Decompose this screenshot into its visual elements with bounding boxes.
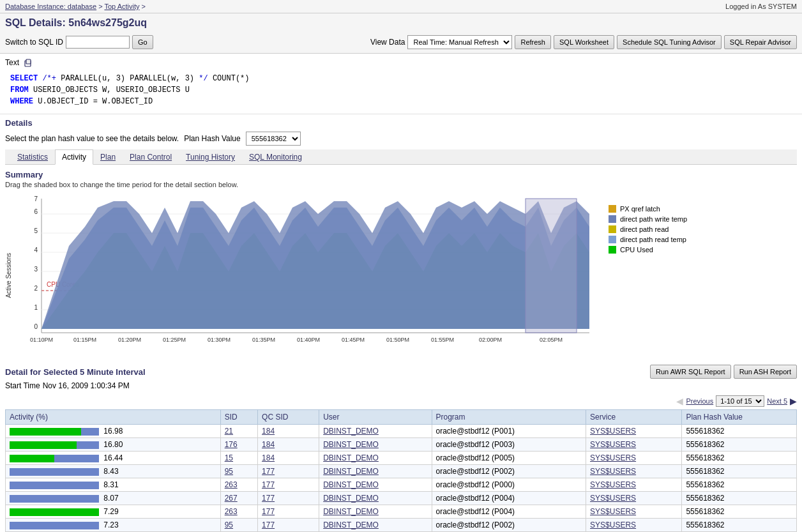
cell-qcsid: 184 bbox=[258, 438, 319, 452]
cell-qcsid: 177 bbox=[258, 478, 319, 492]
table-row: 7.23 95 177 DBINST_DEMO oracle@stbdf12 (… bbox=[6, 519, 797, 532]
svg-text:01:35PM: 01:35PM bbox=[252, 337, 275, 343]
legend-label-direct-read-temp: direct path read temp bbox=[620, 236, 686, 243]
pagination: ◀ Previous 1-10 of 15 Next 5 ▶ bbox=[5, 393, 797, 409]
table-row: 16.80 176 184 DBINST_DEMO oracle@stbdf12… bbox=[6, 438, 797, 452]
legend-color-direct-read-temp bbox=[609, 236, 616, 243]
copy-icon[interactable] bbox=[23, 57, 33, 68]
tab-statistics[interactable]: Statistics bbox=[10, 149, 55, 164]
tab-plan-control[interactable]: Plan Control bbox=[123, 149, 179, 164]
legend-item-pxqref: PX qref latch bbox=[609, 205, 711, 213]
legend-color-pxqref bbox=[609, 205, 616, 213]
cell-activity: 8.43 bbox=[6, 465, 221, 478]
page-title: SQL Details: 5n64ws275g2uq bbox=[0, 13, 802, 31]
run-awr-button[interactable]: Run AWR SQL Report bbox=[650, 365, 731, 379]
col-header-sid: SID bbox=[220, 410, 257, 425]
col-header-program: Program bbox=[432, 410, 586, 425]
plan-hash-row: Select the plan hash value to see the de… bbox=[5, 130, 797, 149]
tab-plan[interactable]: Plan bbox=[93, 149, 123, 164]
tab-sql-monitoring[interactable]: SQL Monitoring bbox=[242, 149, 309, 164]
cell-user: DBINST_DEMO bbox=[319, 465, 432, 478]
cell-user: DBINST_DEMO bbox=[319, 452, 432, 465]
cell-user: DBINST_DEMO bbox=[319, 438, 432, 452]
details-title: Details bbox=[5, 118, 797, 128]
repair-advisor-button[interactable]: SQL Repair Advisor bbox=[724, 35, 797, 49]
go-button[interactable]: Go bbox=[132, 35, 153, 49]
cell-user: DBINST_DEMO bbox=[319, 425, 432, 438]
switch-sql-label: Switch to SQL ID bbox=[5, 38, 63, 47]
breadcrumb-instance[interactable]: Database Instance: database bbox=[5, 3, 96, 10]
cell-plan-hash: 555618362 bbox=[682, 465, 797, 478]
sql-worksheet-button[interactable]: SQL Worksheet bbox=[554, 35, 614, 49]
cell-plan-hash: 555618362 bbox=[682, 478, 797, 492]
svg-text:3: 3 bbox=[34, 266, 38, 273]
activity-chart[interactable]: 0 1 2 3 4 5 6 7 CPU bbox=[15, 192, 602, 358]
cell-activity: 8.31 bbox=[6, 478, 221, 492]
legend-label-pxqref: PX qref latch bbox=[620, 205, 660, 213]
switch-sql-input[interactable] bbox=[66, 36, 130, 49]
cell-plan-hash: 555618362 bbox=[682, 519, 797, 532]
cell-program: oracle@stbdf12 (P004) bbox=[432, 492, 586, 505]
breadcrumb-top-activity[interactable]: Top Activity bbox=[104, 3, 139, 10]
page-range-select[interactable]: 1-10 of 15 bbox=[716, 395, 764, 407]
legend-color-direct-write bbox=[609, 215, 616, 223]
legend-item-cpu: CPU Used bbox=[609, 246, 711, 254]
previous-link[interactable]: Previous bbox=[686, 397, 713, 405]
plan-hash-value-label: Plan Hash Value bbox=[184, 134, 241, 143]
toolbar: Switch to SQL ID Go View Data Real Time:… bbox=[0, 31, 802, 54]
svg-rect-23 bbox=[526, 199, 577, 333]
col-header-plan-hash: Plan Hash Value bbox=[682, 410, 797, 425]
summary-desc: Drag the shaded box to change the time p… bbox=[5, 181, 797, 188]
svg-text:01:10PM: 01:10PM bbox=[30, 337, 53, 343]
legend-label-direct-read: direct path read bbox=[620, 225, 669, 233]
prev-arrow-icon: ◀ bbox=[676, 396, 683, 406]
start-time-value: Nov 16, 2009 1:00:34 PM bbox=[43, 381, 130, 390]
legend-color-cpu bbox=[609, 246, 616, 254]
legend-color-direct-read bbox=[609, 225, 616, 233]
table-row: 8.31 263 177 DBINST_DEMO oracle@stbdf12 … bbox=[6, 478, 797, 492]
legend-label-direct-write: direct path write temp bbox=[620, 215, 687, 223]
cell-service: SYS$USERS bbox=[586, 465, 682, 478]
plan-hash-desc: Select the plan hash value to see the de… bbox=[5, 134, 179, 143]
detail-header: Detail for Selected 5 Minute Interval Ru… bbox=[5, 365, 797, 379]
cell-sid: 95 bbox=[220, 465, 257, 478]
schedule-tuning-button[interactable]: Schedule SQL Tuning Advisor bbox=[617, 35, 722, 49]
summary-section: Summary Drag the shaded box to change th… bbox=[5, 170, 797, 358]
cell-user: DBINST_DEMO bbox=[319, 492, 432, 505]
cell-service: SYS$USERS bbox=[586, 478, 682, 492]
tab-activity[interactable]: Activity bbox=[55, 149, 93, 165]
tab-tuning-history[interactable]: Tuning History bbox=[179, 149, 242, 164]
tab-content-activity: Summary Drag the shaded box to change th… bbox=[0, 165, 802, 532]
chart-wrapper: Active Sessions 0 1 2 3 4 5 6 7 bbox=[5, 192, 602, 358]
cell-qcsid: 177 bbox=[258, 465, 319, 478]
cell-program: oracle@stbdf12 (P001) bbox=[432, 425, 586, 438]
legend-item-direct-read: direct path read bbox=[609, 225, 711, 233]
run-ash-button[interactable]: Run ASH Report bbox=[734, 365, 797, 379]
plan-hash-select[interactable]: 555618362 bbox=[246, 132, 301, 146]
logged-in-label: Logged in As SYSTEM bbox=[725, 3, 797, 10]
next-link[interactable]: Next 5 bbox=[767, 397, 787, 405]
toolbar-right: View Data Real Time: Manual Refresh Refr… bbox=[370, 35, 797, 49]
view-data-select[interactable]: Real Time: Manual Refresh bbox=[407, 35, 512, 49]
text-header: Text bbox=[5, 57, 797, 68]
table-row: 16.44 15 184 DBINST_DEMO oracle@stbdf12 … bbox=[6, 452, 797, 465]
cell-qcsid: 177 bbox=[258, 505, 319, 519]
text-section: Text SELECT /*+ PARALLEL(u, 3) PARALLEL(… bbox=[0, 54, 802, 114]
cell-service: SYS$USERS bbox=[586, 452, 682, 465]
cell-sid: 263 bbox=[220, 478, 257, 492]
cell-sid: 267 bbox=[220, 492, 257, 505]
cell-program: oracle@stbdf12 (P000) bbox=[432, 478, 586, 492]
cell-activity: 7.29 bbox=[6, 505, 221, 519]
chart-legend: PX qref latch direct path write temp dir… bbox=[609, 192, 711, 254]
svg-text:01:40PM: 01:40PM bbox=[297, 337, 320, 343]
cell-program: oracle@stbdf12 (P002) bbox=[432, 519, 586, 532]
breadcrumb-sep2: > bbox=[142, 3, 146, 10]
data-table: Activity (%) SID QC SID User Program Ser… bbox=[5, 409, 797, 532]
svg-text:01:20PM: 01:20PM bbox=[118, 337, 141, 343]
svg-text:01:15PM: 01:15PM bbox=[73, 337, 96, 343]
refresh-button[interactable]: Refresh bbox=[515, 35, 551, 49]
detail-title-text: Detail for Selected 5 Minute Interval bbox=[5, 367, 146, 377]
svg-text:2: 2 bbox=[34, 285, 38, 292]
detail-section: Detail for Selected 5 Minute Interval Ru… bbox=[5, 365, 797, 532]
toolbar-left: Switch to SQL ID Go bbox=[5, 35, 153, 49]
